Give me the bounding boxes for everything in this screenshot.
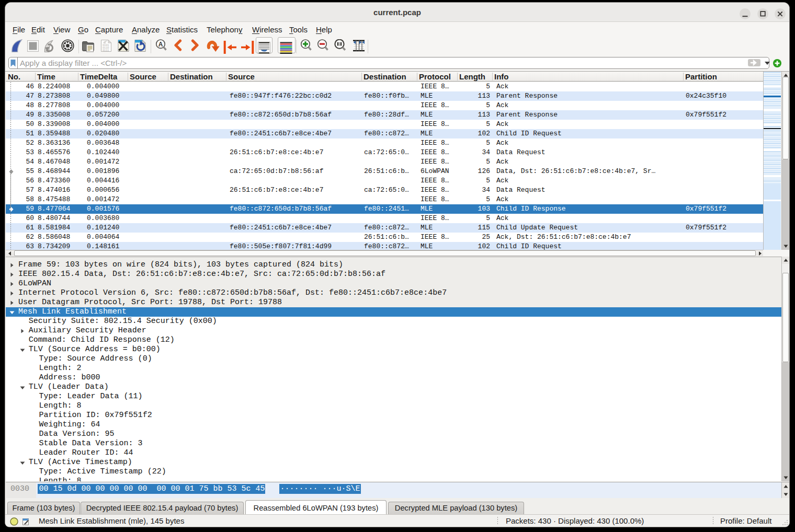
- svg-text:A: A: [158, 41, 163, 48]
- svg-text:0111: 0111: [103, 49, 109, 52]
